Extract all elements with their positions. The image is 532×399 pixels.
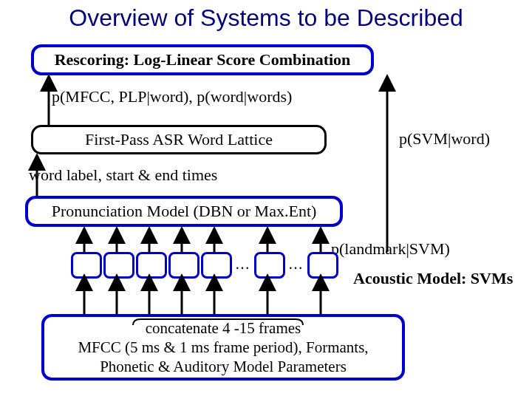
svm-node-7 <box>307 252 338 279</box>
p-landmark-label: p(landmark|SVM) <box>331 239 450 259</box>
svm-node-4 <box>168 252 200 279</box>
ellipsis-2: … <box>288 256 303 273</box>
acoustic-model-label: Acoustic Model: SVMs <box>353 269 513 288</box>
ellipsis-1: … <box>235 256 250 273</box>
svm-node-1 <box>71 252 102 279</box>
rescoring-box: Rescoring: Log-Linear Score Combination <box>31 44 374 75</box>
features-line-3: Phonetic & Auditory Model Parameters <box>100 357 347 376</box>
features-line-1: concatenate 4 -15 frames <box>146 318 301 338</box>
pronmodel-text: Pronunciation Model (DBN or Max.Ent) <box>52 202 317 221</box>
p-svm-word-label: p(SVM|word) <box>399 129 490 149</box>
svm-node-5 <box>201 252 232 279</box>
svm-node-3 <box>136 252 167 279</box>
pronmodel-box: Pronunciation Model (DBN or Max.Ent) <box>25 196 343 227</box>
features-line-2: MFCC (5 ms & 1 ms frame period), Formant… <box>78 338 368 357</box>
svm-node-2 <box>103 252 134 279</box>
svm-node-6 <box>254 252 285 279</box>
p-mfcc-label: p(MFCC, PLP|word), p(word|words) <box>52 87 292 106</box>
features-box: concatenate 4 -15 frames MFCC (5 ms & 1 … <box>41 314 405 381</box>
firstpass-box: First-Pass ASR Word Lattice <box>31 125 327 154</box>
rescoring-text: Rescoring: Log-Linear Score Combination <box>55 50 351 69</box>
word-label-text: word label, start & end times <box>29 166 217 185</box>
firstpass-text: First-Pass ASR Word Lattice <box>85 130 273 149</box>
page-title: Overview of Systems to be Described <box>0 0 532 32</box>
